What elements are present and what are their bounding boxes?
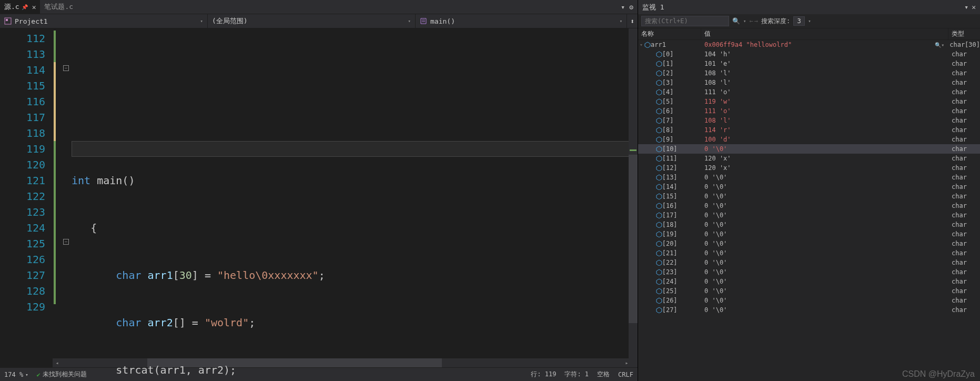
variable-icon: [656, 184, 662, 190]
variable-icon: [656, 193, 662, 199]
line-numbers: 112113114 115116117 118119120 121122123 …: [0, 28, 53, 381]
col-value[interactable]: 值: [701, 28, 948, 39]
code-editor[interactable]: int main() { char arr1[30] = "hello\0xxx…: [72, 28, 638, 381]
close-icon[interactable]: ✕: [32, 3, 36, 11]
scroll-left-icon[interactable]: ◂: [53, 358, 62, 367]
watch-row[interactable]: [10]0 '\0'char: [638, 144, 980, 154]
next-icon[interactable]: →: [754, 17, 758, 25]
nav-scope-label: (全局范围): [212, 16, 248, 26]
watch-row[interactable]: [18]0 '\0'char: [638, 220, 980, 229]
watch-row[interactable]: [25]0 '\0'char: [638, 286, 980, 296]
watch-row[interactable]: [21]0 '\0'char: [638, 248, 980, 258]
depth-label: 搜索深度:: [761, 17, 790, 26]
variable-icon: [656, 250, 662, 256]
watch-row[interactable]: [2]108 'l'char: [638, 68, 980, 78]
variable-icon: [656, 146, 662, 152]
fold-toggle[interactable]: −: [63, 239, 69, 245]
watch-row[interactable]: [24]0 '\0'char: [638, 277, 980, 286]
col-type[interactable]: 类型: [948, 28, 980, 39]
watch-row[interactable]: [20]0 '\0'char: [638, 239, 980, 248]
scroll-thumb[interactable]: [629, 155, 638, 323]
watch-row[interactable]: [17]0 '\0'char: [638, 210, 980, 220]
watch-row[interactable]: [7]108 'l'char: [638, 116, 980, 125]
watch-row[interactable]: [22]0 '\0'char: [638, 258, 980, 267]
watch-row-root[interactable]: ▿ arr1 0x006ff9a4 "hellowolrd"🔍▾ char[30…: [638, 40, 980, 49]
project-icon: [4, 17, 12, 25]
watch-row[interactable]: [6]111 'o'char: [638, 106, 980, 116]
variable-icon: [656, 79, 662, 86]
variable-icon: [656, 307, 662, 313]
variable-icon: [656, 70, 662, 76]
variable-icon: [656, 259, 662, 266]
nav-function-label: main(): [430, 17, 455, 25]
tab-other[interactable]: 笔试题.c: [40, 0, 77, 14]
cursor-line[interactable]: 行: 119: [531, 370, 556, 379]
watch-row[interactable]: [0]104 'h'char: [638, 49, 980, 59]
variable-icon: [656, 288, 662, 294]
nav-project[interactable]: Project1 ▾: [0, 14, 208, 28]
watch-row[interactable]: [26]0 '\0'char: [638, 296, 980, 305]
dropdown-icon[interactable]: ▾: [621, 3, 625, 11]
gear-icon[interactable]: ⚙: [629, 3, 633, 11]
variable-icon: [656, 98, 662, 105]
watch-row[interactable]: [8]114 'r'char: [638, 125, 980, 135]
split-icon[interactable]: ⬍: [630, 17, 634, 25]
watch-row[interactable]: [16]0 '\0'char: [638, 201, 980, 210]
variable-icon: [644, 42, 651, 48]
issues-indicator[interactable]: ✔未找到相关问题: [37, 370, 87, 379]
editor-pane: 源.c 📌 ✕ 笔试题.c ▾ ⚙ Project1 ▾ (全局范围) ▾: [0, 0, 638, 381]
variable-icon: [656, 231, 662, 237]
close-icon[interactable]: ✕: [972, 3, 976, 11]
watch-title: 监视 1: [642, 3, 664, 12]
variable-icon: [656, 136, 662, 143]
search-input[interactable]: [641, 16, 729, 26]
view-icon[interactable]: 🔍▾: [935, 42, 944, 48]
status-bar: 174 %▾ ✔未找到相关问题 行: 119 字符: 1 空格 CRLF: [0, 367, 638, 381]
watch-row[interactable]: [12]120 'x'char: [638, 163, 980, 173]
variable-icon: [656, 212, 662, 218]
cursor-char[interactable]: 字符: 1: [564, 370, 589, 379]
fold-toggle[interactable]: −: [63, 65, 69, 71]
variable-icon: [656, 278, 662, 285]
variable-icon: [656, 203, 662, 209]
nav-function[interactable]: main() ▾: [416, 14, 627, 28]
depth-input[interactable]: 3: [793, 16, 805, 26]
variable-icon: [656, 240, 662, 247]
zoom-control[interactable]: 174 %▾: [4, 371, 28, 378]
watch-row[interactable]: [19]0 '\0'char: [638, 229, 980, 239]
tab-active[interactable]: 源.c 📌 ✕: [0, 0, 40, 14]
pin-icon[interactable]: 📌: [22, 4, 28, 10]
expand-toggle[interactable]: ▿: [638, 42, 644, 47]
watermark: CSDN @HyDraZya: [902, 369, 975, 379]
fold-column: − −: [62, 28, 72, 381]
watch-row[interactable]: [15]0 '\0'char: [638, 192, 980, 201]
watch-rows: ▿ arr1 0x006ff9a4 "hellowolrd"🔍▾ char[30…: [638, 40, 980, 381]
chevron-down-icon: ▾: [620, 18, 622, 24]
nav-scope[interactable]: (全局范围) ▾: [208, 14, 416, 28]
eol-mode[interactable]: CRLF: [618, 371, 633, 378]
watch-row[interactable]: [23]0 '\0'char: [638, 267, 980, 277]
watch-row[interactable]: [9]100 'd'char: [638, 135, 980, 144]
watch-row[interactable]: [1]101 'e'char: [638, 59, 980, 68]
watch-row[interactable]: [3]108 'l'char: [638, 78, 980, 87]
watch-row[interactable]: [5]119 'w'char: [638, 97, 980, 106]
variable-icon: [656, 51, 662, 57]
vertical-scrollbar[interactable]: [629, 28, 638, 367]
variable-icon: [656, 108, 662, 114]
indent-mode[interactable]: 空格: [597, 370, 610, 379]
tab-label: 笔试题.c: [44, 2, 73, 12]
svg-rect-1: [6, 19, 8, 21]
watch-row[interactable]: [4]111 'o'char: [638, 87, 980, 97]
change-margin: [53, 28, 62, 381]
watch-title-bar: 监视 1 ▾ ✕: [638, 0, 980, 14]
search-icon[interactable]: 🔍: [732, 17, 740, 25]
variable-icon: [656, 61, 662, 67]
dropdown-icon[interactable]: ▾: [964, 3, 968, 11]
prev-icon[interactable]: ←: [749, 17, 753, 25]
function-icon: [420, 17, 427, 25]
watch-row[interactable]: [14]0 '\0'char: [638, 182, 980, 192]
col-name[interactable]: 名称: [638, 28, 701, 39]
watch-row[interactable]: [11]120 'x'char: [638, 154, 980, 163]
watch-row[interactable]: [27]0 '\0'char: [638, 305, 980, 315]
watch-row[interactable]: [13]0 '\0'char: [638, 173, 980, 182]
